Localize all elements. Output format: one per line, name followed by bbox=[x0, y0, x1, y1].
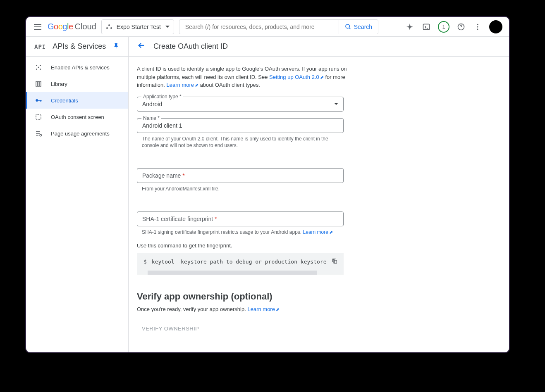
code-prompt: $ bbox=[143, 259, 147, 265]
package-name-input[interactable] bbox=[142, 172, 338, 179]
svg-rect-12 bbox=[36, 81, 37, 86]
svg-point-4 bbox=[477, 24, 478, 25]
code-command: keytool -keystore path-to-debug-or-produ… bbox=[152, 259, 337, 265]
main-content: A client ID is used to identify a single… bbox=[129, 57, 360, 352]
nav-oauth-consent[interactable]: OAuth consent screen bbox=[26, 109, 128, 125]
svg-rect-19 bbox=[36, 114, 41, 119]
main-panel: Create OAuth client ID A client ID is us… bbox=[129, 37, 509, 352]
package-name-field-group: Package name * From your AndroidManifest… bbox=[137, 168, 352, 192]
search-input[interactable] bbox=[179, 19, 339, 34]
external-link-icon: ⬈ bbox=[276, 307, 280, 312]
verify-section-title: Verify app ownership (optional) bbox=[137, 291, 352, 302]
sha1-helper-text: SHA-1 signing certificate fingerprint re… bbox=[137, 229, 344, 236]
code-block: $ keytool -keystore path-to-debug-or-pro… bbox=[137, 253, 344, 271]
intro-paragraph: A client ID is used to identify a single… bbox=[137, 65, 352, 89]
cloud-shell-icon[interactable] bbox=[421, 22, 431, 32]
package-helper-text: From your AndroidManifest.xml file. bbox=[137, 185, 344, 192]
svg-point-7 bbox=[36, 65, 37, 66]
svg-rect-14 bbox=[40, 81, 41, 86]
sha1-field-group: SHA-1 certificate fingerprint * SHA-1 si… bbox=[137, 211, 352, 236]
name-field[interactable]: Name * bbox=[137, 118, 344, 133]
field-label: Application type * bbox=[141, 94, 183, 100]
help-icon[interactable] bbox=[456, 22, 466, 32]
body-area: API APIs & Services Enabled APIs & servi… bbox=[26, 37, 509, 352]
consent-screen-icon bbox=[34, 113, 43, 121]
application-type-select[interactable]: Application type * Android bbox=[137, 97, 344, 112]
project-icon bbox=[106, 24, 112, 30]
nav-credentials[interactable]: Credentials bbox=[26, 92, 128, 109]
more-menu-icon[interactable] bbox=[473, 22, 483, 32]
svg-point-5 bbox=[477, 26, 478, 27]
svg-point-6 bbox=[477, 29, 478, 30]
user-avatar[interactable] bbox=[489, 20, 502, 33]
nav-item-label: Page usage agreements bbox=[51, 131, 110, 137]
sidebar-nav: Enabled APIs & services Library Credenti… bbox=[26, 57, 128, 142]
code-scrollbar[interactable] bbox=[137, 271, 344, 275]
svg-rect-24 bbox=[334, 260, 337, 263]
search-container: Search bbox=[179, 19, 378, 34]
page-usage-icon bbox=[34, 130, 43, 137]
svg-point-9 bbox=[36, 69, 37, 70]
nav-item-label: Enabled APIs & services bbox=[51, 64, 110, 71]
verify-learn-more-link[interactable]: Learn more⬈ bbox=[247, 306, 279, 312]
package-name-field[interactable]: Package name * bbox=[137, 168, 344, 183]
api-logo-icon: API bbox=[34, 43, 46, 50]
svg-rect-18 bbox=[41, 100, 42, 101]
svg-point-0 bbox=[346, 24, 349, 28]
notifications-badge[interactable]: 1 bbox=[438, 21, 449, 33]
search-button[interactable]: Search bbox=[339, 19, 378, 34]
application-type-field: Application type * Android bbox=[137, 97, 352, 112]
fingerprint-instruction: Use this command to get the fingerprint. bbox=[137, 242, 352, 249]
topbar-actions: 1 bbox=[405, 20, 502, 33]
field-label: Name * bbox=[141, 115, 161, 121]
dropdown-arrow-icon bbox=[165, 26, 170, 28]
copy-icon[interactable] bbox=[331, 258, 338, 266]
svg-point-23 bbox=[40, 134, 42, 136]
application-type-value: Android bbox=[142, 101, 162, 107]
setup-oauth-link[interactable]: Setting up OAuth 2.0⬈ bbox=[269, 74, 324, 80]
sidebar: API APIs & Services Enabled APIs & servi… bbox=[26, 37, 129, 352]
nav-page-usage[interactable]: Page usage agreements bbox=[26, 125, 128, 142]
search-icon bbox=[345, 24, 351, 30]
nav-item-label: OAuth consent screen bbox=[51, 114, 104, 120]
nav-item-label: Credentials bbox=[51, 97, 78, 104]
hamburger-menu-icon[interactable] bbox=[33, 22, 43, 32]
svg-rect-16 bbox=[38, 100, 41, 101]
name-helper-text: The name of your OAuth 2.0 client. This … bbox=[137, 135, 344, 150]
svg-rect-17 bbox=[40, 100, 41, 102]
svg-point-10 bbox=[40, 69, 41, 70]
sidebar-header: API APIs & Services bbox=[26, 37, 128, 57]
nav-enabled-apis[interactable]: Enabled APIs & services bbox=[26, 59, 128, 76]
pin-icon[interactable] bbox=[113, 43, 120, 50]
scrollbar-thumb[interactable] bbox=[148, 271, 317, 275]
page-title: Create OAuth client ID bbox=[153, 42, 228, 51]
name-input[interactable] bbox=[142, 122, 338, 129]
credentials-key-icon bbox=[34, 97, 43, 104]
back-arrow-icon[interactable] bbox=[137, 41, 146, 52]
google-cloud-logo[interactable]: Google Cloud bbox=[48, 22, 96, 31]
enabled-apis-icon bbox=[34, 64, 43, 71]
sha1-field[interactable]: SHA-1 certificate fingerprint * bbox=[137, 211, 344, 226]
library-icon bbox=[34, 80, 43, 88]
dropdown-arrow-icon bbox=[334, 103, 338, 105]
gemini-icon[interactable] bbox=[405, 22, 415, 32]
main-header: Create OAuth client ID bbox=[129, 37, 509, 57]
verify-description: Once you're ready, verify your app owner… bbox=[137, 306, 352, 312]
svg-point-15 bbox=[36, 99, 38, 102]
sha1-learn-more-link[interactable]: Learn more⬈ bbox=[303, 229, 333, 235]
svg-line-1 bbox=[349, 28, 350, 29]
svg-point-8 bbox=[40, 65, 41, 66]
verify-ownership-button[interactable]: VERIFY OWNERSHIP bbox=[137, 322, 204, 335]
external-link-icon: ⬈ bbox=[329, 230, 333, 235]
topbar: Google Cloud Expo Starter Test Search 1 bbox=[26, 17, 509, 37]
sha1-input[interactable] bbox=[142, 216, 338, 222]
sidebar-title: APIs & Services bbox=[53, 42, 107, 51]
app-window: Google Cloud Expo Starter Test Search 1 bbox=[25, 16, 510, 353]
nav-library[interactable]: Library bbox=[26, 76, 128, 92]
svg-point-11 bbox=[38, 67, 39, 68]
learn-more-link[interactable]: Learn more⬈ bbox=[167, 82, 198, 88]
external-link-icon: ⬈ bbox=[195, 83, 198, 88]
project-name: Expo Starter Test bbox=[117, 24, 161, 30]
svg-rect-13 bbox=[38, 81, 39, 86]
project-picker[interactable]: Expo Starter Test bbox=[101, 19, 174, 34]
